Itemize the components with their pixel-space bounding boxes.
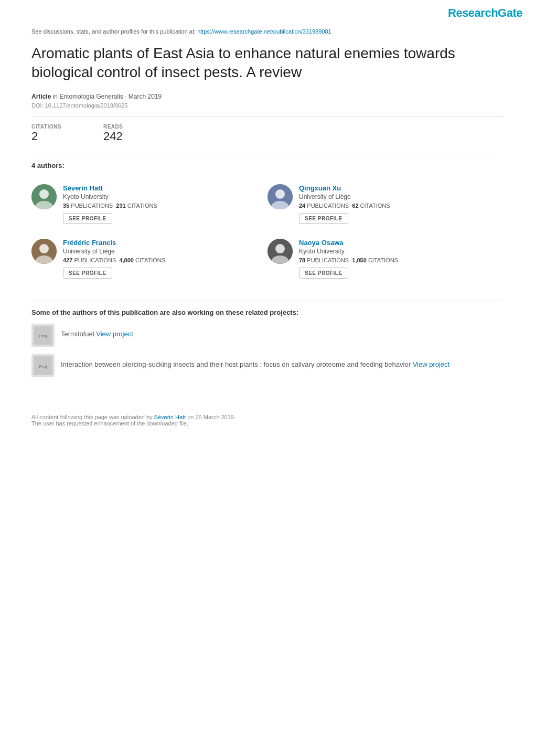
- see-profile-btn-3[interactable]: SEE PROFILE: [299, 268, 348, 279]
- svg-point-7: [39, 244, 49, 253]
- project-item-1: Proj Interaction between piercing-suckin…: [31, 354, 504, 377]
- author-avatar-1: [268, 184, 293, 209]
- citations-value: 2: [31, 130, 61, 143]
- author-stats-1: 24 PUBLICATIONS 62 CITATIONS: [299, 203, 390, 209]
- author-affil-3: Kyoto University: [299, 248, 398, 255]
- related-projects-label: Some of the authors of this publication …: [31, 308, 504, 316]
- divider-1: [31, 116, 504, 116]
- see-profile-btn-1[interactable]: SEE PROFILE: [299, 213, 348, 224]
- author-name-1[interactable]: Qingxuan Xu: [299, 184, 390, 192]
- author-card-0: Séverin Hatt Kyoto University 35 PUBLICA…: [31, 177, 268, 231]
- author-stats-0: 35 PUBLICATIONS 231 CITATIONS: [63, 203, 157, 209]
- article-meta: Article in Entomologia Generalis · March…: [31, 93, 504, 100]
- author-top-2: Frédéric Francis University of Liège 427…: [31, 239, 268, 279]
- project-item-0: Proj Termitofuel View project: [31, 324, 504, 347]
- preamble-link[interactable]: https://www.researchgate.net/publication…: [197, 28, 331, 35]
- footer-line1: All content following this page was uplo…: [31, 414, 504, 420]
- project-title-1: Interaction between piercing-sucking ins…: [61, 354, 450, 370]
- author-avatar-0: [31, 184, 57, 209]
- author-card-1: Qingxuan Xu University of Liège 24 PUBLI…: [268, 177, 504, 231]
- author-avatar-2: [31, 239, 57, 264]
- authors-grid: Séverin Hatt Kyoto University 35 PUBLICA…: [31, 177, 504, 286]
- author-name-0[interactable]: Séverin Hatt: [63, 184, 157, 192]
- project-link-1[interactable]: View project: [413, 360, 450, 368]
- author-affil-2: University of Liège: [63, 248, 165, 255]
- author-stats-2: 427 PUBLICATIONS 4,800 CITATIONS: [63, 257, 165, 263]
- author-card-3: Naoya Osawa Kyoto University 78 PUBLICAT…: [268, 231, 504, 286]
- project-name-0: Termitofuel: [61, 330, 94, 338]
- author-info-1: Qingxuan Xu University of Liège 24 PUBLI…: [299, 184, 390, 224]
- stats-row: CITATIONS 2 READS 242: [31, 124, 504, 143]
- authors-section: 4 authors: Séverin Hatt Kyoto University: [31, 162, 504, 286]
- author-affil-1: University of Liège: [299, 193, 390, 200]
- article-separator: ·: [125, 93, 129, 100]
- author-top-3: Naoya Osawa Kyoto University 78 PUBLICAT…: [268, 239, 504, 279]
- preamble-text: See discussions, stats, and author profi…: [31, 28, 196, 35]
- top-bar: ResearchGate: [0, 0, 535, 24]
- author-top-0: Séverin Hatt Kyoto University 35 PUBLICA…: [31, 184, 268, 224]
- article-preposition: in: [53, 93, 58, 100]
- svg-point-1: [39, 189, 49, 199]
- project-title-0: Termitofuel View project: [61, 324, 133, 339]
- related-projects-section: Some of the authors of this publication …: [31, 308, 504, 377]
- author-stats-3: 78 PUBLICATIONS 1,050 CITATIONS: [299, 257, 398, 263]
- footer-prefix: All content following this page was uplo…: [31, 414, 153, 420]
- author-info-3: Naoya Osawa Kyoto University 78 PUBLICAT…: [299, 239, 398, 279]
- footer-note: All content following this page was uplo…: [31, 409, 504, 427]
- author-affil-0: Kyoto University: [63, 193, 157, 200]
- paper-title: Aromatic plants of East Asia to enhance …: [31, 44, 504, 82]
- footer-line2: The user has requested enhancement of th…: [31, 420, 504, 427]
- project-link-0[interactable]: View project: [96, 330, 133, 338]
- see-profile-btn-2[interactable]: SEE PROFILE: [63, 268, 112, 279]
- reads-label: READS: [103, 124, 123, 130]
- author-avatar-3: [268, 239, 293, 264]
- preamble: See discussions, stats, and author profi…: [31, 28, 504, 35]
- author-name-2[interactable]: Frédéric Francis: [63, 239, 165, 247]
- researchgate-logo: ResearchGate: [448, 6, 522, 20]
- project-thumb-1: Proj: [31, 354, 55, 377]
- see-profile-btn-0[interactable]: SEE PROFILE: [63, 213, 112, 224]
- svg-point-10: [275, 244, 285, 253]
- author-info-0: Séverin Hatt Kyoto University 35 PUBLICA…: [63, 184, 157, 224]
- svg-point-4: [275, 189, 285, 199]
- article-type: Article: [31, 93, 51, 100]
- footer-suffix: on 26 March 2019.: [187, 414, 236, 420]
- author-top-1: Qingxuan Xu University of Liège 24 PUBLI…: [268, 184, 504, 224]
- citations-block: CITATIONS 2: [31, 124, 61, 143]
- footer-uploader[interactable]: Séverin Hatt: [154, 414, 186, 420]
- author-card-2: Frédéric Francis University of Liège 427…: [31, 231, 268, 286]
- authors-label: 4 authors:: [31, 162, 504, 169]
- article-journal: Entomologia Generalis: [59, 93, 123, 100]
- divider-3: [31, 301, 504, 301]
- author-info-2: Frédéric Francis University of Liège 427…: [63, 239, 165, 279]
- reads-value: 242: [103, 130, 123, 143]
- article-date: March 2019: [129, 93, 162, 100]
- svg-text:Proj: Proj: [39, 334, 47, 338]
- author-name-3[interactable]: Naoya Osawa: [299, 239, 398, 247]
- reads-block: READS 242: [103, 124, 123, 143]
- project-thumb-0: Proj: [31, 324, 55, 347]
- main-content: See discussions, stats, and author profi…: [0, 24, 535, 448]
- citations-label: CITATIONS: [31, 124, 61, 130]
- divider-2: [31, 154, 504, 154]
- svg-text:Proj: Proj: [39, 364, 47, 369]
- project-name-1: Interaction between piercing-sucking ins…: [61, 360, 411, 368]
- doi: DOI: 10.1127/entomologia/2019/0625: [31, 102, 504, 109]
